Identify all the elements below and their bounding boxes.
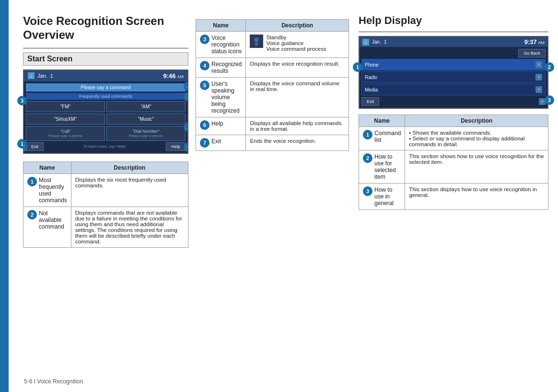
help-exit-btn: Exit (361, 97, 379, 106)
mid-name-text-3: Voice recognition status icons (211, 35, 242, 55)
help-name-1: 1 Command list (359, 127, 405, 150)
svg-rect-2 (255, 42, 258, 46)
go-back-container: Go Back (361, 49, 546, 58)
help-bottom-row: Exit ? (361, 97, 546, 106)
screen-time: 9:46 (163, 72, 175, 80)
screen-ampm: AM (177, 74, 184, 79)
help-name-text-2: How to use for selected item (374, 153, 401, 180)
help-display-title: Help Display (359, 14, 548, 27)
screen-btn-siriusxm: "SiriusXM" (26, 114, 105, 125)
start-table-name-text-1: Most frequently used commands (39, 177, 67, 204)
badge-6-mid: 6 (200, 120, 209, 130)
help-screen-mockup: ⌂ Jan. 1 9:37 AM Go Back (359, 36, 548, 109)
main-content: Voice Recognition Screen Overview Start … (9, 0, 558, 392)
help-day: 1 (384, 39, 387, 45)
help-menu-media: Media ? (361, 84, 546, 95)
mid-name-text-7: Exit (211, 138, 221, 145)
left-column: Voice Recognition Screen Overview Start … (23, 14, 196, 382)
screen-help-btn: Help (166, 142, 186, 151)
help-desc-table: Name Description 1 Command list (359, 115, 548, 210)
start-table-container: Name Description 1 Most frequently used … (23, 161, 188, 248)
badge-2-help: 2 (545, 62, 554, 72)
badge-1-help: 1 (353, 62, 362, 72)
home-icon: ⌂ (28, 72, 35, 79)
call-buttons-grid: "Call" Please pair a phone "Dial Number"… (26, 126, 186, 141)
help-menu-media-icon: ? (535, 86, 542, 93)
help-name-3: 3 How to use in general (359, 184, 405, 210)
mid-row-3: 3 Voice recognition status icons (196, 32, 349, 58)
start-screen-container: 3 1 ⌂ Jan. 1 9:46 (23, 69, 188, 154)
badge-3-help: 3 (545, 95, 554, 105)
help-row-1: 1 Command list • Shows the available com… (359, 127, 548, 150)
mid-desc-7: Ends the voice recognition. (246, 135, 349, 151)
go-back-btn: Go Back (518, 49, 546, 58)
start-table-desc-header: Description (71, 161, 188, 173)
start-table-desc-1: Displays the six most frequently used co… (71, 173, 188, 207)
screen-time-area: 9:46 AM (163, 72, 184, 80)
help-menu-radio-icon: ? (535, 74, 542, 81)
screen-learn-text: To learn more, say "Help" (83, 144, 127, 149)
help-menu-phone: Phone ? (361, 59, 546, 70)
mid-name-text-6: Help (211, 120, 223, 127)
help-menu-radio: Radio ? (361, 71, 546, 83)
help-name-2: 2 How to use for selected item (359, 150, 405, 184)
help-desc-text-1: • Shows the available commands. • Select… (409, 130, 544, 147)
badge-2-screen: 2 (184, 122, 188, 132)
mid-table-name-header: Name (196, 20, 246, 32)
screen-header-left: ⌂ Jan. 1 (28, 72, 53, 79)
badge-4-mid: 4 (200, 61, 209, 70)
mid-name-7: 7 Exit (196, 135, 246, 151)
badge-2-ht: 2 (363, 153, 372, 163)
screen-btn-music: "Music" (106, 114, 186, 125)
screen-exit-btn: Exit (26, 142, 44, 151)
start-table-name-header: Name (23, 161, 71, 173)
middle-column: Name Description 3 Voice recognition sta… (196, 14, 354, 382)
command-buttons-grid: "FM" "AM" "SiriusXM" "Music" (26, 101, 186, 125)
voice-status-list: Standby Voice guidance Voice command pro… (266, 35, 326, 52)
mid-name-3: 3 Voice recognition status icons (196, 32, 246, 58)
help-menu-radio-text: Radio (365, 75, 377, 80)
badge-7-mid: 7 (200, 138, 209, 148)
help-divider (359, 32, 548, 32)
mid-name-4: 4 Recognized results (196, 58, 246, 78)
badge-5-mid: 5 (200, 81, 209, 90)
start-table-desc-2: Displays commands that are not available… (71, 207, 188, 247)
mid-name-text-5: User's speaking volume being recognized (211, 81, 242, 114)
screen-body: 4 5 Please say a command Frequently use (24, 81, 187, 153)
screen-header: ⌂ Jan. 1 9:46 AM (24, 70, 187, 81)
page-container: Voice Recognition Screen Overview Start … (0, 0, 558, 392)
mid-name-6: 6 Help (196, 117, 246, 135)
badge-6-screen: 6 (184, 142, 188, 152)
help-time-area: 9:37 AM (524, 38, 545, 46)
help-row-3: 3 How to use in general This section dis… (359, 184, 548, 210)
help-home-icon: ⌂ (362, 39, 369, 46)
help-table-name-header: Name (359, 115, 405, 127)
middle-desc-table: Name Description 3 Voice recognition sta… (196, 19, 349, 151)
mid-desc-3: Standby Voice guidance Voice command pro… (246, 32, 349, 58)
screen-btn-dial: "Dial Number" Please pair a phone (106, 126, 186, 141)
mid-row-4: 4 Recognized results Displays the voice … (196, 58, 349, 78)
badge-3-mid: 3 (200, 35, 209, 44)
start-table-name-text-2: Not available command (39, 210, 67, 230)
title-divider (23, 48, 188, 48)
frequently-used-bar: Frequently used commands (26, 93, 186, 100)
mid-name-5: 5 User's speaking volume being recognize… (196, 78, 246, 117)
screen-bottom-bar: Exit To learn more, say "Help" Help (26, 142, 186, 151)
help-time: 9:37 (524, 38, 537, 46)
help-desc-3: This section displays how to use voice r… (405, 184, 548, 210)
help-header-left: ⌂ Jan. 1 (362, 39, 386, 46)
start-table-row-2: 2 Not available command Displays command… (23, 207, 188, 247)
command-prompt-area: Please say a command (26, 83, 186, 92)
mid-row-6: 6 Help Displays all available help comma… (196, 117, 349, 135)
start-desc-table: Name Description 1 Most frequently used … (23, 161, 188, 248)
help-desc-1: • Shows the available commands. • Select… (405, 127, 548, 150)
help-ampm: AM (538, 40, 545, 45)
start-table-name-1: 1 Most frequently used commands (23, 173, 71, 207)
screen-btn-call: "Call" Please pair a phone (26, 126, 105, 141)
badge-7-screen: 7 (23, 142, 28, 152)
badge-4-screen: 4 (184, 81, 188, 91)
blue-sidebar (0, 0, 9, 392)
start-screen-label: Start Screen (23, 52, 188, 66)
help-menu-phone-text: Phone (365, 62, 379, 68)
badge-3-ht: 3 (363, 186, 372, 196)
